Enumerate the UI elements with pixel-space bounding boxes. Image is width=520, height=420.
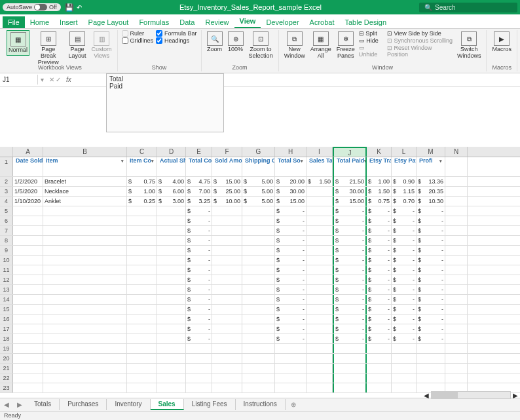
cell[interactable]: [186, 354, 212, 363]
cell[interactable]: $-: [367, 216, 392, 225]
cell[interactable]: [306, 216, 333, 225]
cell[interactable]: [43, 256, 127, 265]
cell[interactable]: $-: [367, 324, 392, 334]
cell[interactable]: [417, 344, 445, 353]
cell[interactable]: [127, 206, 157, 216]
cell[interactable]: $-: [186, 226, 212, 235]
cell[interactable]: $1.15: [392, 187, 417, 196]
cell[interactable]: $-: [186, 315, 212, 324]
cell[interactable]: [392, 344, 417, 353]
cell[interactable]: $5.00: [242, 177, 275, 186]
cell[interactable]: [242, 373, 275, 383]
col-header[interactable]: L: [392, 147, 417, 157]
cell[interactable]: [445, 275, 468, 284]
cell[interactable]: $13.36: [417, 177, 445, 186]
cell[interactable]: [212, 354, 242, 363]
cell[interactable]: [13, 305, 43, 314]
cell[interactable]: [392, 364, 417, 373]
cell[interactable]: [212, 265, 242, 275]
cell[interactable]: [127, 256, 157, 265]
cell[interactable]: [275, 344, 306, 353]
formula-bar-checkbox[interactable]: Formula Bar: [156, 30, 197, 37]
cell[interactable]: $25.00: [212, 187, 242, 196]
cell[interactable]: $-: [392, 285, 417, 294]
cell[interactable]: 1/2/2020: [13, 177, 43, 186]
cell[interactable]: [43, 364, 127, 373]
cell[interactable]: $30.00: [333, 187, 367, 196]
cell[interactable]: [333, 354, 367, 363]
sheet-tab[interactable]: Purchases: [60, 399, 107, 410]
col-header[interactable]: J: [333, 147, 367, 157]
cell[interactable]: [445, 177, 468, 186]
cell[interactable]: [306, 187, 333, 196]
cell[interactable]: [242, 383, 275, 392]
cell[interactable]: [43, 315, 127, 324]
cell[interactable]: [157, 354, 186, 363]
cell[interactable]: $6.00: [157, 187, 186, 196]
cell[interactable]: $-: [367, 295, 392, 304]
cell[interactable]: [445, 246, 468, 255]
cell[interactable]: [157, 256, 186, 265]
cell[interactable]: [43, 334, 127, 343]
cell[interactable]: $0.25: [127, 197, 157, 206]
cell[interactable]: $-: [333, 256, 367, 265]
col-header[interactable]: N: [445, 147, 468, 157]
cell[interactable]: $-: [333, 324, 367, 334]
cell[interactable]: [43, 373, 127, 383]
add-sheet-button[interactable]: ⊕: [286, 401, 301, 408]
sheet-tab[interactable]: Listing Fees: [184, 399, 236, 410]
cell[interactable]: [445, 256, 468, 265]
cell[interactable]: [242, 324, 275, 334]
cell[interactable]: $-: [275, 305, 306, 314]
cell[interactable]: 1/5/2020: [13, 187, 43, 196]
cell[interactable]: [367, 364, 392, 373]
sync-scroll-button[interactable]: ⊡ Synchronous Scrolling: [387, 37, 453, 44]
cell[interactable]: [127, 216, 157, 225]
cell[interactable]: $-: [186, 216, 212, 225]
col-header[interactable]: I: [306, 147, 333, 157]
table-header-cell[interactable]: Total So▾: [275, 157, 306, 177]
cell[interactable]: $-: [417, 265, 445, 275]
cell[interactable]: [392, 383, 417, 392]
cell[interactable]: [212, 206, 242, 216]
cell[interactable]: $3.25: [186, 197, 212, 206]
page-layout-button[interactable]: ▤Page Layout: [67, 30, 88, 61]
cell[interactable]: [157, 275, 186, 284]
table-header-cell[interactable]: Date Sold▾: [13, 157, 43, 177]
cell[interactable]: [127, 285, 157, 294]
cell[interactable]: [242, 275, 275, 284]
table-header-cell[interactable]: Item Co▾: [127, 157, 157, 177]
cell[interactable]: [212, 344, 242, 353]
tab-acrobat[interactable]: Acrobat: [305, 16, 340, 28]
cell[interactable]: $-: [333, 265, 367, 275]
cell[interactable]: [43, 236, 127, 245]
row-header[interactable]: 8: [0, 236, 13, 245]
cell[interactable]: [13, 334, 43, 343]
cell[interactable]: [13, 256, 43, 265]
tab-page-layout[interactable]: Page Layout: [83, 16, 134, 28]
cell[interactable]: [306, 373, 333, 383]
cell[interactable]: [127, 354, 157, 363]
table-header-cell[interactable]: Item▾: [43, 157, 127, 177]
cell[interactable]: Anklet: [43, 197, 127, 206]
cell[interactable]: $-: [417, 236, 445, 245]
cell[interactable]: [127, 295, 157, 304]
row-header[interactable]: 21: [0, 364, 13, 373]
arrange-all-button[interactable]: ▦Arrange All: [309, 30, 333, 61]
cell[interactable]: $1.50: [367, 187, 392, 196]
cell[interactable]: [242, 246, 275, 255]
cell[interactable]: [43, 275, 127, 284]
cell[interactable]: $-: [417, 295, 445, 304]
row-header[interactable]: 16: [0, 315, 13, 324]
cell[interactable]: [13, 383, 43, 392]
cell[interactable]: [13, 226, 43, 235]
zoom-button[interactable]: 🔍Zoom: [206, 30, 224, 54]
cell[interactable]: [242, 285, 275, 294]
cell[interactable]: [367, 354, 392, 363]
row-header[interactable]: 13: [0, 285, 13, 294]
row-header[interactable]: 5: [0, 206, 13, 216]
cell[interactable]: $-: [417, 305, 445, 314]
undo-icon[interactable]: ↶: [77, 4, 82, 11]
cell[interactable]: [157, 246, 186, 255]
cell[interactable]: [127, 383, 157, 392]
